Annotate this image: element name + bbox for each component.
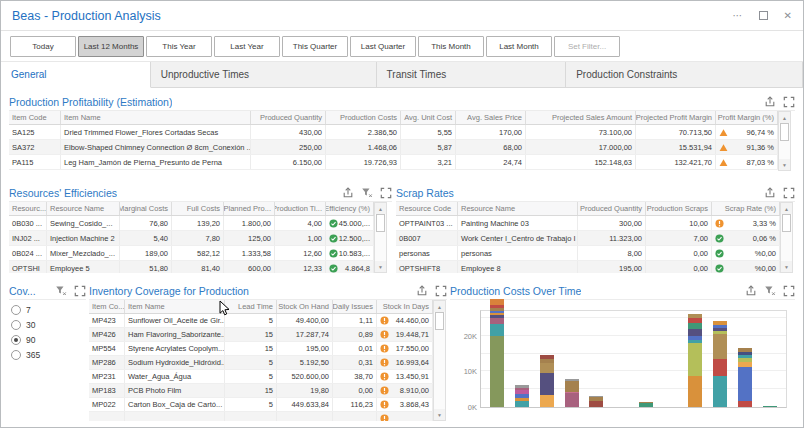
filter-button-last-month[interactable]: Last Month [486,36,552,57]
column-header[interactable]: Stock In Days [377,300,433,313]
column-header[interactable]: Produced Quantity [578,202,646,215]
stacked-bar[interactable] [490,299,504,407]
expand-icon[interactable] [74,285,86,297]
column-header[interactable]: Marginal Costs [120,202,172,215]
column-header[interactable]: Scrap Rate (%) [712,202,780,215]
table-row[interactable] [89,412,433,421]
column-header[interactable]: Produced Quantity [251,111,326,124]
clear-filter-icon[interactable] [764,285,776,297]
coverage-radio-7[interactable]: 7 [11,305,84,315]
filter-button-last-12-months[interactable]: Last 12 Months [78,36,144,57]
column-header[interactable]: Full Costs [172,202,224,215]
scroll-thumb[interactable] [376,214,385,232]
stacked-bar[interactable] [763,406,777,407]
column-header[interactable]: Production Costs [326,111,401,124]
expand-icon[interactable] [783,187,795,199]
stacked-bar[interactable] [589,396,603,407]
table-row[interactable]: MP554Styrene Acrylates Copolym...15195,0… [89,342,433,356]
table-row[interactable]: 0B007Work Center I_Centro de Trabajo I11… [396,231,780,246]
column-header[interactable]: Resource Code [396,202,458,215]
column-header[interactable]: Resourc... [9,202,47,215]
coverage-radio-90[interactable]: 90 [11,335,84,345]
scroll-track[interactable] [375,232,386,261]
expand-icon[interactable] [783,96,795,108]
export-icon[interactable] [354,69,368,81]
stacked-bar[interactable] [565,379,579,407]
table-row[interactable]: INJ02 ...Injection Machine 25,407,80125,… [9,231,374,246]
clear-filter-icon[interactable] [361,187,373,199]
export-icon[interactable] [764,96,776,108]
column-header[interactable]: Stock On Hand [277,300,333,313]
tab-unproductive-times[interactable]: Unproductive Times [151,62,377,87]
table-row[interactable]: SA125Dried Trimmed Flower_Flores Cortada… [9,125,778,140]
column-header[interactable]: Avg. Sales Price [456,111,526,124]
vertical-scrollbar[interactable]: ▲ ▼ [374,202,387,273]
table-row[interactable]: PA115Leg Ham_Jamón de Pierna_Presunto de… [9,155,778,170]
tab-production-constraints[interactable]: Production Constraints [566,62,803,87]
expand-icon[interactable] [783,285,795,297]
column-header[interactable]: Planned Pro... [224,202,275,215]
scroll-down-button[interactable]: ▼ [781,261,792,272]
table-row[interactable]: OPTSHIFT8Employee 8195,000,00%0,00 [396,261,780,273]
column-header[interactable]: Item Co... [89,300,125,313]
clear-filter-icon[interactable] [55,285,67,297]
expand-icon[interactable] [435,285,447,297]
scroll-down-button[interactable]: ▼ [434,409,445,420]
stacked-bar[interactable] [688,314,702,407]
table-row[interactable]: OPTSHIEmployee 551,8081,40600,0012,334.8… [9,261,374,273]
table-row[interactable]: MP022Carton Box_Caja de Cartó...5449.633… [89,398,433,412]
table-row[interactable]: MP183PCB Photo Film1519,800,008.910,00 [89,384,433,398]
scroll-up-button[interactable]: ▲ [375,203,386,214]
column-header[interactable]: Production Scraps [646,202,712,215]
filter-button-this-month[interactable]: This Month [418,36,484,57]
stacked-bar[interactable] [639,402,653,407]
column-header[interactable]: Item Name [61,111,251,124]
more-options-button[interactable]: ⋯ [733,11,743,21]
tab-general[interactable]: General [1,62,151,88]
column-header[interactable]: Projected Profit Margin (%) [716,111,778,124]
maximize-button[interactable] [759,11,768,20]
filter-button-this-quarter[interactable]: This Quarter [282,36,348,57]
filter-button-last-quarter[interactable]: Last Quarter [350,36,416,57]
scroll-up-button[interactable]: ▲ [781,203,792,214]
table-row[interactable]: 0B030 ...Sewing_Cosido_...76,80139,201.8… [9,216,374,231]
scroll-up-button[interactable]: ▲ [779,112,790,123]
column-header[interactable]: Projected Sales Amount [526,111,636,124]
filter-button-this-year[interactable]: This Year [146,36,212,57]
stacked-bar[interactable] [515,385,529,407]
scroll-down-button[interactable]: ▼ [779,159,790,170]
scroll-track[interactable] [781,232,792,261]
table-row[interactable]: MP423Sunflower Oil_Aceite de Gir...549.4… [89,314,433,328]
scroll-track[interactable] [779,141,790,159]
vertical-scrollbar[interactable]: ▲ ▼ [780,202,793,273]
table-row[interactable]: MP426Ham Flavoring_Saborizante...1517.28… [89,328,433,342]
filter-button-set-filter-[interactable]: Set Filter... [554,36,620,57]
export-icon[interactable] [745,285,757,297]
column-header[interactable]: Resource Name [458,202,578,215]
export-icon[interactable] [342,187,354,199]
column-header[interactable]: Resource Name [47,202,120,215]
scroll-up-button[interactable]: ▲ [434,301,445,312]
export-icon[interactable] [764,187,776,199]
column-header[interactable]: Projected Profit Margin [636,111,716,124]
export-icon[interactable] [543,69,557,81]
table-row[interactable]: MP286Sodium Hydroxide_Hidróxid...55.192,… [89,356,433,370]
scroll-down-button[interactable]: ▼ [375,261,386,272]
tab-transit-times[interactable]: Transit Times [377,62,567,87]
filter-button-today[interactable]: Today [10,36,76,57]
vertical-scrollbar[interactable]: ▲ ▼ [433,300,446,421]
scroll-thumb[interactable] [435,312,444,330]
coverage-radio-30[interactable]: 30 [11,320,84,330]
table-row[interactable]: OPTPAINT03 ...Painting Machine 03300,001… [396,216,780,231]
scroll-thumb[interactable] [782,214,791,232]
column-header[interactable]: Item Code [9,111,61,124]
scroll-track[interactable] [434,330,445,409]
scroll-thumb[interactable] [780,123,789,141]
filter-button-last-year[interactable]: Last Year [214,36,280,57]
stacked-bar[interactable] [738,348,752,407]
column-header[interactable]: Avg. Unit Cost [401,111,456,124]
stacked-bar[interactable] [540,355,554,407]
vertical-scrollbar[interactable]: ▲ ▼ [778,111,791,171]
column-header[interactable]: Lead Time [225,300,277,313]
export-icon[interactable] [780,69,794,81]
